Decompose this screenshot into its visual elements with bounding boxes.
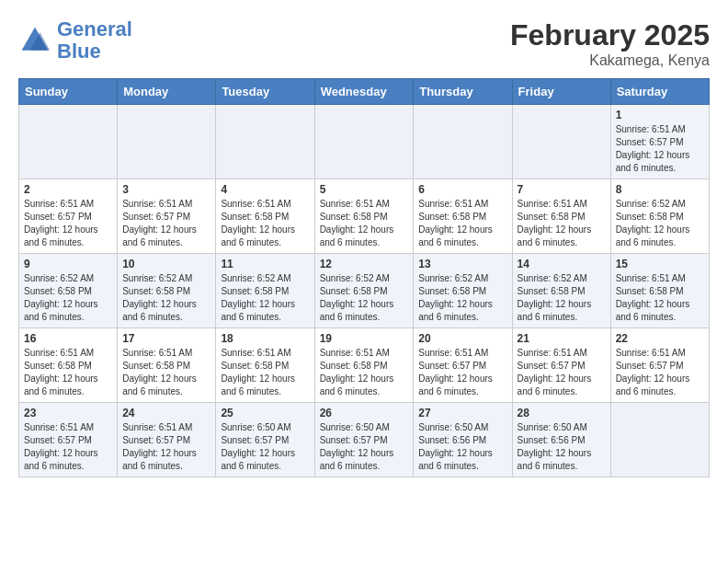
day-number: 4 <box>221 183 309 196</box>
day-number: 19 <box>320 332 409 345</box>
day-number: 11 <box>221 258 309 270</box>
day-info: Sunrise: 6:51 AM Sunset: 6:57 PM Dayligh… <box>518 347 606 398</box>
day-number: 20 <box>418 332 506 345</box>
day-info: Sunrise: 6:51 AM Sunset: 6:58 PM Dayligh… <box>221 198 309 249</box>
weekday-header-sunday: Sunday <box>19 79 118 105</box>
day-number: 27 <box>418 407 506 419</box>
day-info: Sunrise: 6:52 AM Sunset: 6:58 PM Dayligh… <box>320 272 409 324</box>
day-info: Sunrise: 6:51 AM Sunset: 6:57 PM Dayligh… <box>122 421 210 473</box>
day-info: Sunrise: 6:50 AM Sunset: 6:57 PM Dayligh… <box>221 421 309 473</box>
day-info: Sunrise: 6:51 AM Sunset: 6:58 PM Dayligh… <box>122 347 210 398</box>
calendar-day-cell: 17Sunrise: 6:51 AM Sunset: 6:58 PM Dayli… <box>118 328 216 403</box>
day-info: Sunrise: 6:51 AM Sunset: 6:58 PM Dayligh… <box>518 198 606 249</box>
day-number: 28 <box>518 407 606 419</box>
calendar-day-cell: 4Sunrise: 6:51 AM Sunset: 6:58 PM Daylig… <box>216 179 314 254</box>
page-header: General Blue February 2025 Kakamega, Ken… <box>18 18 710 69</box>
calendar-day-cell: 7Sunrise: 6:51 AM Sunset: 6:58 PM Daylig… <box>512 179 610 254</box>
calendar-subtitle: Kakamega, Kenya <box>510 52 710 69</box>
day-number: 6 <box>418 183 506 196</box>
calendar-day-cell <box>216 105 314 179</box>
calendar-day-cell: 6Sunrise: 6:51 AM Sunset: 6:58 PM Daylig… <box>414 179 512 254</box>
calendar-title: February 2025 <box>510 18 710 52</box>
day-info: Sunrise: 6:52 AM Sunset: 6:58 PM Dayligh… <box>616 198 704 249</box>
calendar-week-row: 16Sunrise: 6:51 AM Sunset: 6:58 PM Dayli… <box>19 328 710 403</box>
calendar-day-cell: 2Sunrise: 6:51 AM Sunset: 6:57 PM Daylig… <box>19 179 118 254</box>
calendar-day-cell <box>512 105 610 179</box>
calendar-day-cell: 9Sunrise: 6:52 AM Sunset: 6:58 PM Daylig… <box>19 254 118 328</box>
calendar-day-cell: 1Sunrise: 6:51 AM Sunset: 6:57 PM Daylig… <box>610 105 709 179</box>
calendar-day-cell: 11Sunrise: 6:52 AM Sunset: 6:58 PM Dayli… <box>216 254 314 328</box>
weekday-header-row: SundayMondayTuesdayWednesdayThursdayFrid… <box>19 79 710 105</box>
day-info: Sunrise: 6:51 AM Sunset: 6:58 PM Dayligh… <box>320 347 409 398</box>
calendar-day-cell: 13Sunrise: 6:52 AM Sunset: 6:58 PM Dayli… <box>414 254 512 328</box>
calendar-table: SundayMondayTuesdayWednesdayThursdayFrid… <box>18 78 710 477</box>
day-number: 24 <box>122 407 210 419</box>
calendar-day-cell <box>118 105 216 179</box>
day-number: 7 <box>518 183 606 196</box>
day-number: 5 <box>320 183 409 196</box>
day-info: Sunrise: 6:51 AM Sunset: 6:58 PM Dayligh… <box>418 198 506 249</box>
day-info: Sunrise: 6:51 AM Sunset: 6:57 PM Dayligh… <box>616 347 704 398</box>
calendar-day-cell: 16Sunrise: 6:51 AM Sunset: 6:58 PM Dayli… <box>19 328 118 403</box>
day-number: 22 <box>616 332 704 345</box>
calendar-day-cell: 10Sunrise: 6:52 AM Sunset: 6:58 PM Dayli… <box>118 254 216 328</box>
logo: General Blue <box>18 18 132 63</box>
day-info: Sunrise: 6:52 AM Sunset: 6:58 PM Dayligh… <box>122 272 210 324</box>
calendar-day-cell: 25Sunrise: 6:50 AM Sunset: 6:57 PM Dayli… <box>216 403 314 477</box>
day-info: Sunrise: 6:51 AM Sunset: 6:57 PM Dayligh… <box>24 421 112 473</box>
calendar-day-cell: 27Sunrise: 6:50 AM Sunset: 6:56 PM Dayli… <box>414 403 512 477</box>
day-info: Sunrise: 6:50 AM Sunset: 6:57 PM Dayligh… <box>320 421 409 473</box>
calendar-day-cell: 21Sunrise: 6:51 AM Sunset: 6:57 PM Dayli… <box>512 328 610 403</box>
calendar-day-cell: 28Sunrise: 6:50 AM Sunset: 6:56 PM Dayli… <box>512 403 610 477</box>
weekday-header-thursday: Thursday <box>414 79 512 105</box>
day-info: Sunrise: 6:51 AM Sunset: 6:57 PM Dayligh… <box>418 347 506 398</box>
day-info: Sunrise: 6:52 AM Sunset: 6:58 PM Dayligh… <box>518 272 606 324</box>
logo-text: General Blue <box>57 18 132 63</box>
day-number: 9 <box>24 258 112 270</box>
calendar-day-cell <box>19 105 118 179</box>
weekday-header-friday: Friday <box>512 79 610 105</box>
calendar-day-cell: 19Sunrise: 6:51 AM Sunset: 6:58 PM Dayli… <box>314 328 414 403</box>
calendar-day-cell: 18Sunrise: 6:51 AM Sunset: 6:58 PM Dayli… <box>216 328 314 403</box>
day-info: Sunrise: 6:51 AM Sunset: 6:57 PM Dayligh… <box>24 198 112 249</box>
day-number: 1 <box>616 109 704 121</box>
calendar-day-cell: 8Sunrise: 6:52 AM Sunset: 6:58 PM Daylig… <box>610 179 709 254</box>
day-number: 23 <box>24 407 112 419</box>
day-number: 17 <box>122 332 210 345</box>
day-number: 13 <box>418 258 506 270</box>
day-number: 10 <box>122 258 210 270</box>
day-info: Sunrise: 6:52 AM Sunset: 6:58 PM Dayligh… <box>418 272 506 324</box>
calendar-day-cell <box>314 105 414 179</box>
day-info: Sunrise: 6:50 AM Sunset: 6:56 PM Dayligh… <box>518 421 606 473</box>
day-info: Sunrise: 6:52 AM Sunset: 6:58 PM Dayligh… <box>221 272 309 324</box>
day-number: 2 <box>24 183 112 196</box>
day-number: 18 <box>221 332 309 345</box>
day-info: Sunrise: 6:50 AM Sunset: 6:56 PM Dayligh… <box>418 421 506 473</box>
weekday-header-tuesday: Tuesday <box>216 79 314 105</box>
calendar-week-row: 2Sunrise: 6:51 AM Sunset: 6:57 PM Daylig… <box>19 179 710 254</box>
calendar-day-cell <box>610 403 709 477</box>
weekday-header-monday: Monday <box>118 79 216 105</box>
calendar-day-cell: 24Sunrise: 6:51 AM Sunset: 6:57 PM Dayli… <box>118 403 216 477</box>
calendar-day-cell <box>414 105 512 179</box>
calendar-day-cell: 26Sunrise: 6:50 AM Sunset: 6:57 PM Dayli… <box>314 403 414 477</box>
day-number: 21 <box>518 332 606 345</box>
calendar-day-cell: 23Sunrise: 6:51 AM Sunset: 6:57 PM Dayli… <box>19 403 118 477</box>
day-number: 16 <box>24 332 112 345</box>
calendar-day-cell: 14Sunrise: 6:52 AM Sunset: 6:58 PM Dayli… <box>512 254 610 328</box>
calendar-week-row: 1Sunrise: 6:51 AM Sunset: 6:57 PM Daylig… <box>19 105 710 179</box>
day-info: Sunrise: 6:51 AM Sunset: 6:58 PM Dayligh… <box>221 347 309 398</box>
calendar-day-cell: 3Sunrise: 6:51 AM Sunset: 6:57 PM Daylig… <box>118 179 216 254</box>
day-number: 14 <box>518 258 606 270</box>
weekday-header-wednesday: Wednesday <box>314 79 414 105</box>
day-info: Sunrise: 6:52 AM Sunset: 6:58 PM Dayligh… <box>24 272 112 324</box>
day-number: 3 <box>122 183 210 196</box>
calendar-week-row: 23Sunrise: 6:51 AM Sunset: 6:57 PM Dayli… <box>19 403 710 477</box>
title-block: February 2025 Kakamega, Kenya <box>510 18 710 69</box>
day-number: 15 <box>616 258 704 270</box>
calendar-day-cell: 22Sunrise: 6:51 AM Sunset: 6:57 PM Dayli… <box>610 328 709 403</box>
day-number: 26 <box>320 407 409 419</box>
day-info: Sunrise: 6:51 AM Sunset: 6:57 PM Dayligh… <box>616 123 704 175</box>
calendar-day-cell: 15Sunrise: 6:51 AM Sunset: 6:58 PM Dayli… <box>610 254 709 328</box>
day-number: 12 <box>320 258 409 270</box>
